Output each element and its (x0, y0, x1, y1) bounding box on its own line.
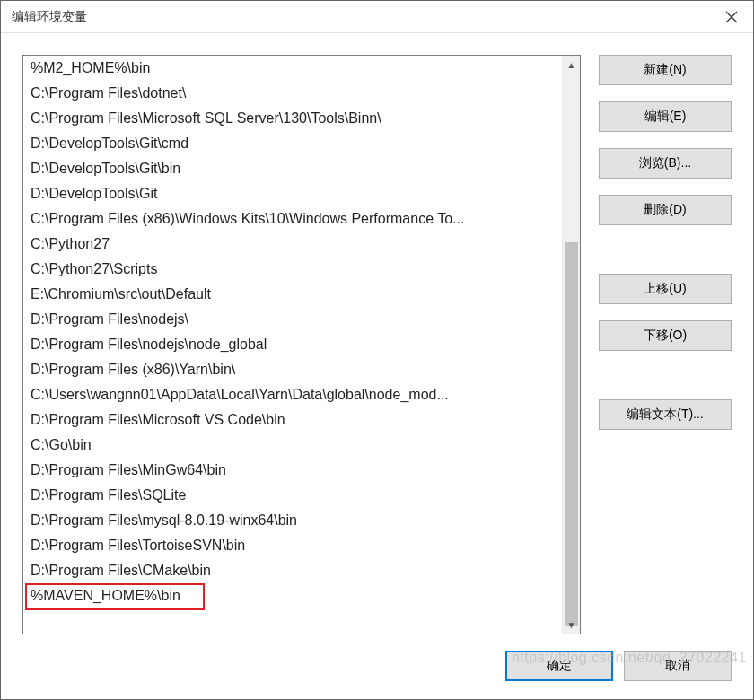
dialog-footer: 确定 取消 (1, 651, 753, 699)
move-up-button[interactable]: 上移(U) (599, 274, 732, 304)
side-button-panel: 新建(N) 编辑(E) 浏览(B)... 删除(D) 上移(U) 下移(O) 编… (599, 55, 732, 634)
list-item[interactable]: %MAVEN_HOME%\bin (23, 583, 562, 608)
path-list-scroll: %M2_HOME%\binC:\Program Files\dotnet\C:\… (23, 56, 562, 634)
list-item[interactable]: D:\Program Files\MinGw64\bin (23, 458, 562, 483)
list-item[interactable]: D:\Program Files\SQLite (23, 483, 562, 508)
list-item[interactable]: D:\Program Files\mysql-8.0.19-winx64\bin (23, 508, 562, 533)
list-item[interactable]: %M2_HOME%\bin (23, 56, 562, 81)
move-down-button[interactable]: 下移(O) (599, 320, 732, 351)
list-item[interactable]: D:\DevelopTools\Git\bin (23, 156, 562, 181)
close-button[interactable] (710, 1, 753, 33)
list-item[interactable]: C:\Users\wangnn01\AppData\Local\Yarn\Dat… (23, 382, 562, 407)
edit-env-var-dialog: 编辑环境变量 %M2_HOME%\binC:\Program Files\dot… (0, 0, 754, 700)
list-item[interactable]: C:\Go\bin (23, 433, 562, 458)
list-item[interactable]: D:\Program Files\nodejs\node_global (23, 332, 562, 357)
list-item[interactable]: E:\Chromium\src\out\Default (23, 282, 562, 307)
cancel-button[interactable]: 取消 (624, 651, 732, 681)
list-item[interactable]: D:\DevelopTools\Git\cmd (23, 131, 562, 156)
browse-button[interactable]: 浏览(B)... (599, 148, 732, 179)
ok-button[interactable]: 确定 (505, 651, 613, 681)
path-listbox[interactable]: %M2_HOME%\binC:\Program Files\dotnet\C:\… (22, 55, 581, 634)
scrollbar[interactable]: ▲ ▼ (562, 56, 580, 634)
dialog-title: 编辑环境变量 (12, 9, 710, 25)
scroll-down-icon[interactable]: ▼ (563, 616, 580, 634)
list-item[interactable]: C:\Program Files\dotnet\ (23, 81, 562, 106)
scroll-thumb[interactable] (565, 242, 578, 626)
list-item[interactable]: D:\Program Files (x86)\Yarn\bin\ (23, 357, 562, 382)
delete-button[interactable]: 删除(D) (599, 195, 732, 225)
list-item[interactable]: D:\DevelopTools\Git (23, 181, 562, 206)
edit-text-button[interactable]: 编辑文本(T)... (599, 399, 732, 430)
new-button[interactable]: 新建(N) (599, 55, 732, 85)
edit-button[interactable]: 编辑(E) (599, 101, 732, 132)
dialog-content: %M2_HOME%\binC:\Program Files\dotnet\C:\… (1, 33, 753, 651)
close-icon (725, 11, 738, 23)
titlebar: 编辑环境变量 (1, 1, 753, 33)
list-item[interactable]: C:\Program Files (x86)\Windows Kits\10\W… (23, 206, 562, 232)
list-item[interactable]: C:\Python27 (23, 232, 562, 257)
list-item[interactable]: D:\Program Files\CMake\bin (23, 558, 562, 583)
list-item[interactable]: C:\Python27\Scripts (23, 257, 562, 282)
list-item[interactable]: D:\Program Files\nodejs\ (23, 307, 562, 332)
list-item[interactable]: D:\Program Files\TortoiseSVN\bin (23, 533, 562, 558)
scroll-up-icon[interactable]: ▲ (563, 56, 580, 74)
list-item[interactable]: C:\Program Files\Microsoft SQL Server\13… (23, 106, 562, 131)
list-item[interactable]: D:\Program Files\Microsoft VS Code\bin (23, 407, 562, 433)
